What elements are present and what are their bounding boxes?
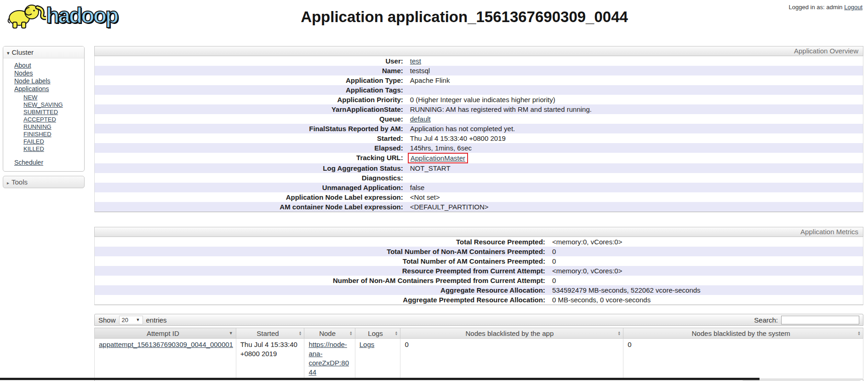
application-metrics-header: Application Metrics xyxy=(94,227,863,237)
info-label: Application Priority: xyxy=(95,95,406,104)
overview-row-unmanaged-application: Unmanaged Application: false xyxy=(95,183,863,192)
attempt-id-link[interactable]: appattempt_1561367690309_0044_000001 xyxy=(99,341,233,348)
hadoop-elephant-icon xyxy=(6,2,46,29)
info-label: Aggregate Resource Allocation: xyxy=(95,285,548,295)
queue-link[interactable]: default xyxy=(410,115,431,123)
column-header-blacklisted-system[interactable]: Nodes blacklisted by the system ▲▼ xyxy=(623,328,863,339)
column-header-started[interactable]: Started ▲▼ xyxy=(236,328,304,339)
info-value: Apache Flink xyxy=(406,75,863,85)
info-value: <DEFAULT_PARTITION> xyxy=(406,202,863,212)
info-label: Queue: xyxy=(95,114,406,124)
sidebar-item-node-labels[interactable]: Node Labels xyxy=(14,77,82,85)
sidebar-item-finished[interactable]: FINISHED xyxy=(23,131,82,138)
sort-both-icon: ▲▼ xyxy=(349,331,353,335)
sidebar-item-failed[interactable]: FAILED xyxy=(23,138,82,145)
attempts-table: Attempt ID ▼ Started ▲▼ Node ▲▼ Logs ▲▼ xyxy=(94,328,863,379)
overview-row-application-node-label: Application Node Label expression: <Not … xyxy=(95,192,863,202)
info-label: Application Type: xyxy=(95,75,406,85)
sidebar-item-killed[interactable]: KILLED xyxy=(23,145,82,153)
info-label: User: xyxy=(95,56,406,66)
cluster-section: ▾Cluster About Nodes Node Labels Applica… xyxy=(3,46,85,172)
info-label: Unmanaged Application: xyxy=(95,183,406,192)
info-label: Tracking URL: xyxy=(95,153,406,163)
info-value: RUNNING: AM has registered with RM and s… xyxy=(406,104,863,114)
overview-row-started: Started: Thu Jul 4 15:33:40 +0800 2019 xyxy=(95,133,863,143)
application-overview-header: Application Overview xyxy=(94,46,863,56)
cluster-links: About Nodes Node Labels Applications NEW… xyxy=(3,58,84,171)
tracking-url-highlight: ApplicationMaster xyxy=(408,153,468,163)
metrics-row-resource-preempted-current: Resource Preempted from Current Attempt:… xyxy=(95,266,863,276)
info-value: Application has not completed yet. xyxy=(406,124,863,133)
sidebar-item-running[interactable]: RUNNING xyxy=(23,123,82,131)
overview-row-tracking-url: Tracking URL: ApplicationMaster xyxy=(95,153,863,163)
info-value: 534592479 MB-seconds, 522062 vcore-secon… xyxy=(548,285,863,295)
info-label: FinalStatus Reported by AM: xyxy=(95,124,406,133)
attempts-section: Show 20 ▼ entries Search: Attempt xyxy=(94,314,863,381)
info-label: Resource Preempted from Current Attempt: xyxy=(95,266,548,276)
info-value: 0 MB-seconds, 0 vcore-seconds xyxy=(548,295,863,305)
sort-both-icon: ▲▼ xyxy=(857,331,861,335)
column-header-logs[interactable]: Logs ▲▼ xyxy=(355,328,400,339)
sort-both-icon: ▲▼ xyxy=(394,331,398,335)
blacklisted-by-app-cell: 0 xyxy=(400,339,623,379)
sort-both-icon: ▲▼ xyxy=(299,331,302,335)
page-size-select[interactable]: 20 ▼ xyxy=(119,316,143,324)
sidebar-item-new-saving[interactable]: NEW_SAVING xyxy=(23,101,82,109)
attempts-table-header-row: Attempt ID ▼ Started ▲▼ Node ▲▼ Logs ▲▼ xyxy=(95,328,863,339)
info-label: Diagnostics: xyxy=(95,173,406,183)
application-overview-rows: User: test Name: testsql Application Typ… xyxy=(94,56,863,212)
column-header-blacklisted-app[interactable]: Nodes blacklisted by the app ▲▼ xyxy=(400,328,623,339)
overview-row-application-priority: Application Priority: 0 (Higher Integer … xyxy=(95,95,863,104)
info-label: Total Resource Preempted: xyxy=(95,237,548,247)
application-metrics-rows: Total Resource Preempted: <memory:0, vCo… xyxy=(94,237,863,305)
info-value xyxy=(406,85,863,95)
info-value: 0 xyxy=(548,247,863,256)
info-value: 145hrs, 1mins, 6sec xyxy=(406,143,863,153)
sort-both-icon: ▲▼ xyxy=(617,331,621,335)
application-state-links: NEW NEW_SAVING SUBMITTED ACCEPTED RUNNIN… xyxy=(14,94,82,153)
info-value: testsql xyxy=(406,66,863,75)
tools-section-header[interactable]: ▸Tools xyxy=(3,176,85,188)
info-label: Total Number of Non-AM Containers Preemp… xyxy=(95,247,548,256)
application-master-link[interactable]: ApplicationMaster xyxy=(411,154,465,162)
info-value: <memory:0, vCores:0> xyxy=(548,266,863,276)
logs-link[interactable]: Logs xyxy=(360,341,375,348)
sidebar-item-about[interactable]: About xyxy=(14,62,82,69)
overview-row-diagnostics: Diagnostics: xyxy=(95,173,863,183)
node-link[interactable]: https://node-ana-coreZxDP:8044 xyxy=(308,341,349,376)
user-link[interactable]: test xyxy=(410,57,421,65)
blacklisted-by-system-cell: 0 xyxy=(623,339,863,379)
search-input[interactable] xyxy=(781,316,859,324)
sidebar-item-applications[interactable]: Applications xyxy=(14,85,82,93)
overview-row-queue: Queue: default xyxy=(95,114,863,124)
info-label: Application Node Label expression: xyxy=(95,192,406,202)
chevron-down-icon: ▾ xyxy=(7,50,10,56)
metrics-row-non-am-containers-preempted: Total Number of Non-AM Containers Preemp… xyxy=(95,247,863,256)
overview-row-yarn-application-state: YarnApplicationState: RUNNING: AM has re… xyxy=(95,104,863,114)
sidebar: ▾Cluster About Nodes Node Labels Applica… xyxy=(3,46,85,188)
info-label: Log Aggregation Status: xyxy=(95,163,406,173)
sidebar-item-accepted[interactable]: ACCEPTED xyxy=(23,116,82,123)
info-value: NOT_START xyxy=(406,163,863,173)
info-value: 0 xyxy=(548,256,863,266)
info-label: Number of Non-AM Containers Preempted fr… xyxy=(95,276,548,285)
cluster-section-header[interactable]: ▾Cluster xyxy=(3,46,84,58)
info-label: Elapsed: xyxy=(95,143,406,153)
sidebar-item-nodes[interactable]: Nodes xyxy=(14,69,82,77)
main-content: Application Overview User: test Name: te… xyxy=(94,46,863,381)
metrics-row-aggregate-preempted-allocation: Aggregate Preempted Resource Allocation:… xyxy=(95,295,863,305)
overview-row-application-type: Application Type: Apache Flink xyxy=(95,75,863,85)
sidebar-item-new[interactable]: NEW xyxy=(23,94,82,101)
sidebar-item-submitted[interactable]: SUBMITTED xyxy=(23,109,82,116)
page-title: Application application_1561367690309_00… xyxy=(55,8,868,26)
attempt-started-cell: Thu Jul 4 15:33:40 +0800 2019 xyxy=(236,339,304,379)
info-value: Thu Jul 4 15:33:40 +0800 2019 xyxy=(406,133,863,143)
chevron-right-icon: ▸ xyxy=(7,180,9,185)
window-bottom-edge xyxy=(0,378,760,380)
column-header-attempt-id[interactable]: Attempt ID ▼ xyxy=(95,328,236,339)
info-label: Name: xyxy=(95,66,406,75)
sidebar-item-scheduler[interactable]: Scheduler xyxy=(14,159,43,167)
metrics-row-total-resource-preempted: Total Resource Preempted: <memory:0, vCo… xyxy=(95,237,863,247)
column-header-node[interactable]: Node ▲▼ xyxy=(304,328,355,339)
info-label: AM container Node Label expression: xyxy=(95,202,406,212)
